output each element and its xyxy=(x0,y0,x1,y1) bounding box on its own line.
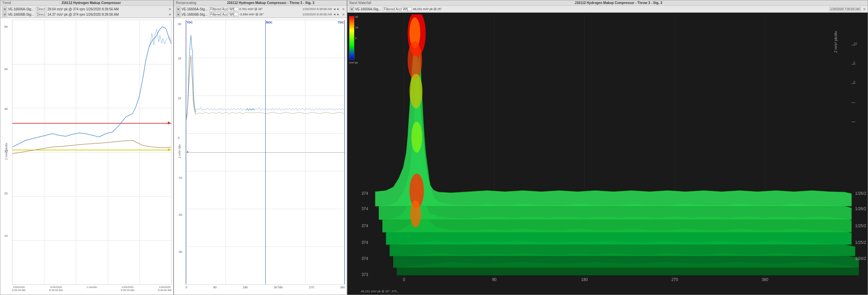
recip-trace-name-2: VE-16606B-Stg... xyxy=(182,13,208,17)
recip-nav-2[interactable]: ◄ ► xyxy=(333,13,340,16)
waterfall-chart-area[interactable]: 30 15 0 m/s² pk xyxy=(347,13,868,295)
svg-text:360: 360 xyxy=(762,277,768,282)
waterfall-type-label: Band Waterfall xyxy=(349,1,371,5)
recip-trace-mode-2[interactable]: Filtered Accl Wf(... xyxy=(209,12,238,17)
waterfall-timestamp-1[interactable]: 1/26/2020 7:00:03 AM xyxy=(829,7,861,11)
trend-chart-inner xyxy=(12,20,172,285)
trend-type-label: Trend xyxy=(2,1,11,5)
svg-text:374: 374 xyxy=(362,224,368,228)
svg-text:180: 180 xyxy=(581,277,588,282)
recip-chart-inner: TDC BDC TDC ► xyxy=(186,20,345,285)
recip-trace-name-1: VE-16606A-Stg... xyxy=(182,7,208,11)
svg-text:2 m/s² pk/div: 2 m/s² pk/div xyxy=(834,31,838,53)
svg-text:1/26/2020 8:09:57 AM: 1/26/2020 8:09:57 AM xyxy=(855,191,866,196)
color-scale-mid2: 0 xyxy=(355,37,356,40)
trace-name-2: VE-16606B-Stg... xyxy=(8,13,35,17)
waterfall-traces-header: ⊞ VE-16606A-Stg... Filtered Accl Wf(... … xyxy=(347,6,868,13)
svg-text:373: 373 xyxy=(362,272,368,277)
svg-point-12 xyxy=(410,201,421,227)
recip-chart-area[interactable]: 2 m/s² /div 30 20 10 0 -10 -20 -30 xyxy=(174,18,347,295)
recip-trace-value-2: -3.694 m/s² @ 26° xyxy=(239,13,301,16)
waterfall-trace-1: ⊞ VE-16606A-Stg... Filtered Accl Wf(... … xyxy=(349,6,866,12)
svg-text:5: 5 xyxy=(853,61,855,65)
svg-text:1/24/2020 1:03:...: 1/24/2020 1:03:... xyxy=(855,256,866,261)
waterfall-trace-value-1: 49.231 m/s² pk @ 25° xyxy=(413,7,828,11)
waterfall-trace-mode-1[interactable]: Filtered Accl Wf(... xyxy=(383,7,412,11)
color-scale-max: 30 xyxy=(355,16,358,19)
color-scale-mid1: 15 xyxy=(355,26,358,29)
svg-text:374: 374 xyxy=(362,206,368,211)
recip-trace-icon-2: ⊞ xyxy=(176,12,181,17)
recip-x-axis: 0 90 180 30°/div 270 360 xyxy=(186,285,345,295)
svg-text:374: 374 xyxy=(362,240,368,245)
trace-name-1: VE-16606A-Stg... xyxy=(8,7,35,11)
recip-svg xyxy=(186,20,345,284)
trace-icon-2: ⊞ xyxy=(2,12,7,17)
trace-close-2[interactable]: ✕ xyxy=(168,13,171,17)
recip-type-label: Reciprocating xyxy=(176,1,196,5)
trend-trace-2: ⊞ VE-16606B-Stg... Direct 14.37 m/s² pk … xyxy=(2,12,172,17)
recip-trace-mode-1[interactable]: Filtered Accl Wf(... xyxy=(209,7,238,11)
recip-trace-value-1: 0.701 m/s² @ 26° xyxy=(239,7,301,11)
waterfall-bottom-label: 49.231 m/s² pk @ 25°, 373... xyxy=(361,290,866,293)
svg-text:90: 90 xyxy=(492,277,497,282)
trend-trace-1: ⊞ VE-16606A-Stg... Direct 29.04 m/s² pk … xyxy=(2,6,172,12)
recip-close-1[interactable]: ✕ xyxy=(342,7,345,11)
trend-traces-header: ⊞ VE-16606A-Stg... Direct 29.04 m/s² pk … xyxy=(0,6,173,18)
svg-text:1/25/2020 9:04:08 PM: 1/25/2020 9:04:08 PM xyxy=(855,224,866,228)
recip-y-ticks: 30 20 10 0 -10 -20 -30 xyxy=(178,20,185,285)
trace-icon-1: ⊞ xyxy=(2,7,7,11)
waterfall-header-top: Band Waterfall J16112 Hydrogen Makup Com… xyxy=(347,0,868,6)
recip-trace-ts-1: 1/26/2020 8:39:58 AM xyxy=(303,7,332,11)
trace-value-1: 29.04 m/s² pk @ 374 rpm 1/26/2020 8:39:5… xyxy=(48,7,166,11)
trend-x-axis: 1/26/20208:25:00 AM 1/26/20208:30:00 AM … xyxy=(12,285,172,295)
trend-header-top: Trend J16112 Hydrogen Makup Compressor xyxy=(0,0,173,6)
recip-title: J16112 Hydrogen Makup Compressor - Throw… xyxy=(196,1,345,5)
svg-point-8 xyxy=(408,41,422,80)
color-scale-bar xyxy=(349,16,354,59)
trend-chart-area[interactable]: 2 m/s² pk/div 60 50 40 30 20 10 xyxy=(0,18,173,295)
waterfall-trace-icon-1: ⊞ xyxy=(349,7,354,11)
recip-close-2[interactable]: ✕ xyxy=(342,13,345,17)
svg-point-9 xyxy=(409,74,423,108)
svg-text:0: 0 xyxy=(853,80,855,84)
recip-trace-icon-1: ⊞ xyxy=(176,7,181,11)
svg-text:1/25/2020 2:00:06 P: 1/25/2020 2:00:06 P xyxy=(855,240,866,245)
recip-trace-ts-2: 1/26/2020 8:39:58 AM xyxy=(303,13,332,16)
svg-text:374: 374 xyxy=(362,191,368,196)
waterfall-title: J16112 Hydrogen Makup Compressor - Throw… xyxy=(371,1,866,5)
svg-text:270: 270 xyxy=(672,277,678,282)
trend-title: J16112 Hydrogen Makup Compressor xyxy=(11,1,171,5)
recip-header-top: Reciprocating J16112 Hydrogen Makup Comp… xyxy=(174,0,347,6)
trace-value-2: 14.37 m/s² pk @ 374 rpm 1/26/2020 8:39:5… xyxy=(48,13,166,17)
svg-text:0: 0 xyxy=(403,277,405,282)
waterfall-panel: Band Waterfall J16112 Hydrogen Makup Com… xyxy=(347,0,868,295)
recip-nav-1[interactable]: ◄ ► xyxy=(333,7,340,11)
waterfall-trace-name-1: VE-16606A-Stg... xyxy=(355,7,382,11)
recip-traces-header: ⊞ VE-16606A-Stg... Filtered Accl Wf(... … xyxy=(174,6,347,18)
svg-text:1/26/2020 2:20:06 AM: 1/26/2020 2:20:06 AM xyxy=(855,206,866,211)
recip-trace-1: ⊞ VE-16606A-Stg... Filtered Accl Wf(... … xyxy=(175,6,345,12)
trend-panel: Trend J16112 Hydrogen Makup Compressor ⊞… xyxy=(0,0,174,295)
trend-y-ticks: 60 50 40 30 20 10 xyxy=(4,20,12,285)
color-scale-label: m/s² pk xyxy=(349,61,358,64)
svg-point-10 xyxy=(411,122,422,153)
trace-mode-1[interactable]: Direct xyxy=(36,7,46,11)
recip-trace-2: ⊞ VE-16606B-Stg... Filtered Accl Wf(... … xyxy=(175,12,345,17)
waterfall-close-1[interactable]: ✕ xyxy=(863,7,866,11)
reciprocating-panel: Reciprocating J16112 Hydrogen Makup Comp… xyxy=(174,0,347,295)
trend-svg xyxy=(12,20,171,284)
waterfall-svg: 1/26/2020 8:09:57 AM 1/26/2020 2:20:06 A… xyxy=(361,14,866,283)
trace-close-1[interactable]: ✕ xyxy=(168,7,171,11)
svg-text:10: 10 xyxy=(853,42,857,46)
trace-mode-2[interactable]: Direct xyxy=(36,12,46,17)
svg-text:30 °/div: 30 °/div xyxy=(599,282,613,283)
svg-text:374: 374 xyxy=(362,256,368,261)
